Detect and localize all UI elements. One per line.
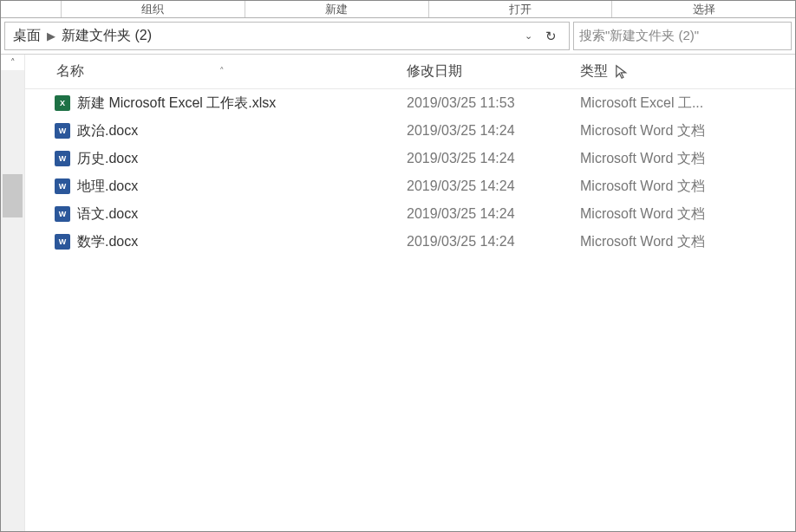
ribbon-group-open[interactable]: 打开 xyxy=(429,1,613,17)
file-date-cell: 2019/03/25 14:24 xyxy=(407,123,580,139)
file-type-cell: Microsoft Word 文档 xyxy=(580,233,771,251)
column-header-date[interactable]: 修改日期 xyxy=(407,62,580,81)
file-name-label: 地理.docx xyxy=(77,178,138,196)
address-bar[interactable]: 桌面 ▶ 新建文件夹 (2) ⌄ ↻ xyxy=(4,22,570,50)
file-row[interactable]: 数学.docx2019/03/25 14:24Microsoft Word 文档 xyxy=(25,228,795,256)
file-name-cell: 新建 Microsoft Excel 工作表.xlsx xyxy=(25,94,407,113)
ribbon-spacer xyxy=(1,1,62,17)
word-file-icon xyxy=(55,123,70,139)
address-history-dropdown-icon[interactable]: ⌄ xyxy=(519,30,538,42)
column-header-type[interactable]: 类型 xyxy=(580,62,754,81)
file-date-cell: 2019/03/25 14:24 xyxy=(407,234,580,250)
word-file-icon xyxy=(55,234,70,250)
file-type-cell: Microsoft Excel 工... xyxy=(580,94,771,113)
file-type-cell: Microsoft Word 文档 xyxy=(580,150,771,168)
column-header-type-label: 类型 xyxy=(580,62,608,81)
file-name-cell: 数学.docx xyxy=(25,233,407,251)
file-row[interactable]: 政治.docx2019/03/25 14:24Microsoft Word 文档 xyxy=(25,117,795,145)
scroll-up-icon[interactable]: ˄ xyxy=(1,55,24,70)
file-type-cell: Microsoft Word 文档 xyxy=(580,178,771,196)
file-type-cell: Microsoft Word 文档 xyxy=(580,122,771,140)
column-header-name-label: 名称 xyxy=(56,62,84,81)
file-name-cell: 政治.docx xyxy=(25,122,407,140)
file-row[interactable]: 新建 Microsoft Excel 工作表.xlsx2019/03/25 11… xyxy=(25,89,795,117)
cursor-icon xyxy=(615,64,630,80)
ribbon-group-new[interactable]: 新建 xyxy=(245,1,429,17)
file-rows-container: 新建 Microsoft Excel 工作表.xlsx2019/03/25 11… xyxy=(25,89,795,256)
file-name-label: 新建 Microsoft Excel 工作表.xlsx xyxy=(77,94,276,113)
chevron-right-icon: ▶ xyxy=(43,29,59,42)
file-row[interactable]: 语文.docx2019/03/25 14:24Microsoft Word 文档 xyxy=(25,200,795,228)
breadcrumb-item-desktop[interactable]: 桌面 xyxy=(10,27,43,45)
refresh-button[interactable]: ↻ xyxy=(538,29,564,44)
scrollbar-thumb[interactable] xyxy=(3,174,23,217)
file-date-cell: 2019/03/25 14:24 xyxy=(407,178,580,194)
main-area: ˄ 名称 ˄ 修改日期 类型 新建 Microsoft Excel 工作表.xl… xyxy=(1,55,795,531)
file-list-pane: 名称 ˄ 修改日期 类型 新建 Microsoft Excel 工作表.xlsx… xyxy=(25,55,795,531)
search-input[interactable]: 搜索"新建文件夹 (2)" xyxy=(573,22,792,50)
column-header-date-label: 修改日期 xyxy=(407,63,462,78)
breadcrumb-item-folder[interactable]: 新建文件夹 (2) xyxy=(59,27,154,45)
file-date-cell: 2019/03/25 14:24 xyxy=(407,151,580,166)
file-name-label: 历史.docx xyxy=(77,150,138,168)
file-name-label: 数学.docx xyxy=(77,233,138,251)
search-placeholder: 搜索"新建文件夹 (2)" xyxy=(579,28,699,44)
file-name-cell: 语文.docx xyxy=(25,205,407,224)
column-headers: 名称 ˄ 修改日期 类型 xyxy=(25,55,795,89)
address-search-row: 桌面 ▶ 新建文件夹 (2) ⌄ ↻ 搜索"新建文件夹 (2)" xyxy=(1,18,795,55)
word-file-icon xyxy=(55,206,70,222)
file-date-cell: 2019/03/25 11:53 xyxy=(407,95,580,111)
word-file-icon xyxy=(55,151,70,166)
file-row[interactable]: 地理.docx2019/03/25 14:24Microsoft Word 文档 xyxy=(25,172,795,200)
ribbon-group-labels: 组织 新建 打开 选择 xyxy=(1,1,795,18)
file-name-label: 语文.docx xyxy=(77,205,138,224)
ribbon-group-select[interactable]: 选择 xyxy=(612,1,795,17)
ribbon-group-organize[interactable]: 组织 xyxy=(62,1,245,17)
column-header-name[interactable]: 名称 ˄ xyxy=(25,62,407,81)
file-type-cell: Microsoft Word 文档 xyxy=(580,205,771,224)
refresh-icon: ↻ xyxy=(545,29,557,44)
file-name-cell: 历史.docx xyxy=(25,150,407,168)
excel-file-icon xyxy=(55,95,70,111)
file-row[interactable]: 历史.docx2019/03/25 14:24Microsoft Word 文档 xyxy=(25,145,795,172)
file-name-label: 政治.docx xyxy=(77,122,138,140)
nav-pane-scrollbar[interactable]: ˄ xyxy=(1,55,25,531)
word-file-icon xyxy=(55,178,70,194)
sort-indicator-icon: ˄ xyxy=(219,66,225,77)
file-date-cell: 2019/03/25 14:24 xyxy=(407,206,580,222)
scrollbar-track[interactable] xyxy=(1,70,24,531)
file-name-cell: 地理.docx xyxy=(25,178,407,196)
